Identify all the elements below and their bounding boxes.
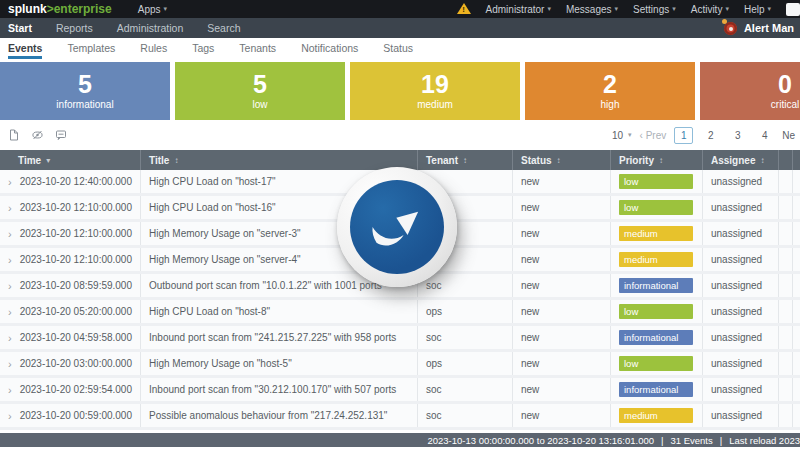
splunk-logo[interactable]: splunk>enterprise <box>8 2 112 16</box>
page-size-dropdown[interactable]: 10 ▾ <box>612 130 632 141</box>
cell-title: Inbound port scan from "30.212.100.170" … <box>140 378 417 401</box>
cell-assignee: unassigned <box>702 222 778 245</box>
cell-extra2 <box>792 326 800 349</box>
document-icon[interactable] <box>8 129 20 141</box>
cell-time: › 2023-10-20 05:20:00.000 <box>0 300 140 323</box>
expand-chevron-icon[interactable]: › <box>8 228 12 240</box>
severity-card[interactable]: 0 critical <box>700 62 800 120</box>
tab[interactable]: Rules <box>140 42 167 59</box>
topbar-menu-item[interactable]: Administrator ▾ <box>486 4 551 15</box>
sort-both-icon: ↕ <box>557 156 561 165</box>
page-number-button[interactable]: 3 <box>728 127 747 144</box>
page-number-button[interactable]: 4 <box>755 127 774 144</box>
time-range-text: 2023-10-13 00:00:00.000 to 2023-10-20 13… <box>427 435 654 446</box>
column-header-extra <box>778 150 792 170</box>
app-nav-item[interactable]: Reports ▾ <box>56 22 93 34</box>
apps-menu-label: Apps <box>138 4 161 15</box>
priority-badge: informational <box>619 330 693 345</box>
event-time: 2023-10-20 04:59:58.000 <box>20 332 132 343</box>
cell-assignee: unassigned <box>702 170 778 193</box>
app-nav-item[interactable]: Administration ▾ <box>117 22 184 34</box>
tab[interactable]: Tags <box>192 42 214 59</box>
cell-priority: low <box>610 170 702 193</box>
tab-label: Tenants <box>239 42 276 54</box>
page-number-button[interactable]: 1 <box>674 127 693 144</box>
prev-page-button[interactable]: ‹ Prev <box>640 130 667 141</box>
event-status: new <box>521 202 539 213</box>
severity-card[interactable]: 19 medium <box>350 62 520 120</box>
cell-tenant: soc <box>417 274 512 297</box>
event-row[interactable]: › 2023-10-20 03:00:00.000 High Memory Us… <box>0 352 800 378</box>
topbar-menu-item[interactable]: Settings ▾ <box>633 4 676 15</box>
severity-label: high <box>601 99 620 110</box>
severity-card[interactable]: 5 informational <box>0 62 170 120</box>
tab[interactable]: Tenants <box>239 42 276 59</box>
app-navbar: Start ▾ Reports ▾ Administration ▾ Searc… <box>0 18 800 38</box>
severity-label: medium <box>417 99 453 110</box>
column-header-assignee[interactable]: Assignee ↕ <box>702 150 778 170</box>
cell-extra <box>778 404 792 427</box>
column-header-title[interactable]: Title ↕ <box>140 150 417 170</box>
app-nav-item[interactable]: Start ▾ <box>8 22 32 34</box>
column-header-tenant[interactable]: Tenant ↕ <box>417 150 512 170</box>
sort-desc-icon: ▾ <box>46 156 50 165</box>
cell-time: › 2023-10-20 03:00:00.000 <box>0 352 140 375</box>
tab[interactable]: Status <box>383 42 413 59</box>
warning-icon[interactable]: ! <box>457 3 471 15</box>
column-header-time[interactable]: Time ▾ <box>0 150 140 170</box>
eye-off-icon[interactable] <box>31 129 44 141</box>
cell-title: High Memory Usage on "host-5" <box>140 352 417 375</box>
tab[interactable]: Notifications <box>301 42 358 59</box>
cell-priority: medium <box>610 222 702 245</box>
cell-status: new <box>512 326 610 349</box>
topbar-menu-item[interactable]: Help ▾ <box>744 4 771 15</box>
severity-card[interactable]: 5 low <box>175 62 345 120</box>
expand-chevron-icon[interactable]: › <box>8 384 12 396</box>
expand-chevron-icon[interactable]: › <box>8 410 12 422</box>
tab[interactable]: Templates <box>67 42 115 59</box>
cell-extra2 <box>792 300 800 323</box>
topbar-menu-label: Messages <box>566 4 612 15</box>
topbar-menu-item[interactable]: Messages ▾ <box>566 4 618 15</box>
event-row[interactable]: › 2023-10-20 02:59:54.000 Inbound port s… <box>0 378 800 404</box>
event-row[interactable]: › 2023-10-20 00:59:00.000 Possible anoma… <box>0 404 800 430</box>
next-page-button[interactable]: Ne <box>782 130 795 141</box>
expand-chevron-icon[interactable]: › <box>8 202 12 214</box>
event-title: High CPU Load on "host-16" <box>149 202 276 213</box>
expand-chevron-icon[interactable]: › <box>8 176 12 188</box>
tab[interactable]: Events <box>8 42 42 59</box>
expand-chevron-icon[interactable]: › <box>8 306 12 318</box>
column-header-status[interactable]: Status ↕ <box>512 150 610 170</box>
event-status: new <box>521 358 539 369</box>
event-row[interactable]: › 2023-10-20 04:59:58.000 Inbound port s… <box>0 326 800 352</box>
topbar-menu-item[interactable]: Activity ▾ <box>691 4 729 15</box>
find-search-input[interactable] <box>786 3 800 16</box>
expand-chevron-icon[interactable]: › <box>8 332 12 344</box>
event-row[interactable]: › 2023-10-20 05:20:00.000 High CPU Load … <box>0 300 800 326</box>
expand-chevron-icon[interactable]: › <box>8 280 12 292</box>
cell-extra <box>778 196 792 219</box>
expand-chevron-icon[interactable]: › <box>8 254 12 266</box>
cell-extra2 <box>792 274 800 297</box>
apps-menu[interactable]: Apps ▾ <box>138 4 167 15</box>
column-label: Status <box>521 155 552 166</box>
severity-summary-cards: 5 informational 5 low 19 medium 2 high 0… <box>0 62 800 120</box>
app-nav-item[interactable]: Search ▾ <box>207 22 240 34</box>
comment-icon[interactable] <box>55 129 67 141</box>
page-number-button[interactable]: 2 <box>701 127 720 144</box>
alert-manager-screen: splunk>enterprise Apps ▾ ! Administrator… <box>0 0 800 450</box>
cell-status: new <box>512 300 610 323</box>
warning-exclamation: ! <box>457 5 471 14</box>
cell-extra2 <box>792 378 800 401</box>
severity-label: informational <box>56 99 113 110</box>
page-size-value: 10 <box>612 130 623 141</box>
cell-extra <box>778 300 792 323</box>
expand-chevron-icon[interactable]: › <box>8 358 12 370</box>
statusbar-separator: | <box>661 435 663 446</box>
severity-card[interactable]: 2 high <box>525 62 695 120</box>
column-header-priority[interactable]: Priority ↕ <box>610 150 702 170</box>
status-bar: 2023-10-13 00:00:00.000 to 2023-10-20 13… <box>0 433 800 447</box>
event-assignee: unassigned <box>711 410 762 421</box>
event-time: 2023-10-20 03:00:00.000 <box>20 358 132 369</box>
column-label: Title <box>149 155 169 166</box>
